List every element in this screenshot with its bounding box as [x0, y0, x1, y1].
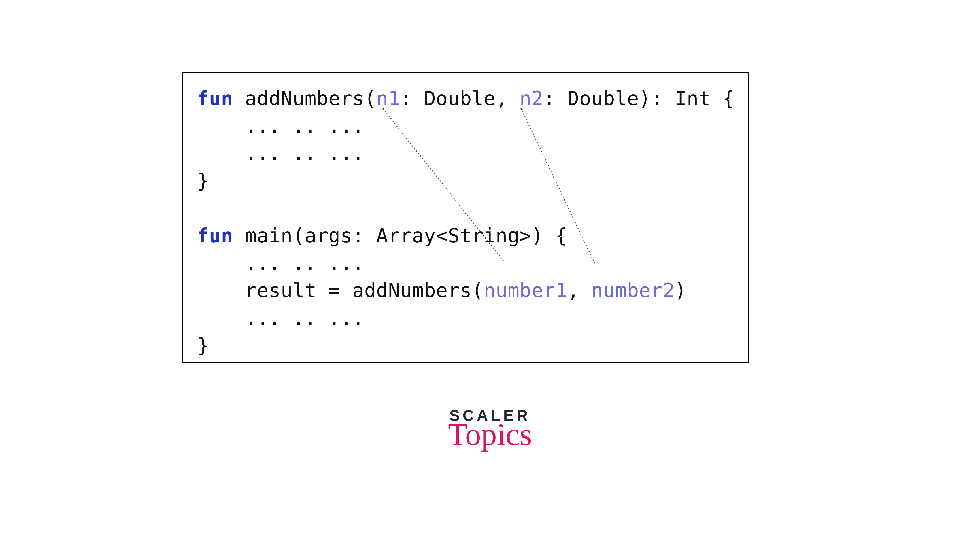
keyword-fun-1: fun [197, 87, 233, 110]
ellipsis-line-2: ... .. ... [197, 114, 364, 137]
close-brace-1: } [197, 170, 209, 192]
code-block: fun addNumbers(n1: Double, n2: Double): … [197, 85, 734, 359]
after-n2: : Double): Int { [544, 87, 734, 110]
ellipsis-line-3: ... .. ... [197, 142, 364, 165]
code-box: fun addNumbers(n1: Double, n2: Double): … [181, 72, 749, 363]
main-signature: main(args: Array<String>) { [233, 224, 567, 247]
after-n1: : Double, [400, 87, 519, 110]
call-comma: , [567, 279, 591, 302]
arg-number1: number1 [484, 279, 567, 302]
ellipsis-line-9: ... .. ... [197, 307, 364, 330]
keyword-fun-2: fun [197, 224, 233, 247]
ellipsis-line-7: ... .. ... [197, 252, 364, 274]
logo: SCALER Topics [448, 407, 532, 450]
fn-name-open: addNumbers( [245, 87, 376, 110]
param-n1: n1 [376, 87, 400, 110]
call-close: ) [675, 279, 687, 302]
space-1 [233, 87, 245, 110]
call-lead: result = addNumbers( [197, 279, 484, 302]
stage: fun addNumbers(n1: Double, n2: Double): … [0, 0, 980, 560]
param-n2: n2 [519, 87, 544, 110]
logo-text-topics: Topics [448, 418, 532, 450]
close-brace-2: } [197, 334, 209, 357]
arg-number2: number2 [591, 279, 675, 302]
